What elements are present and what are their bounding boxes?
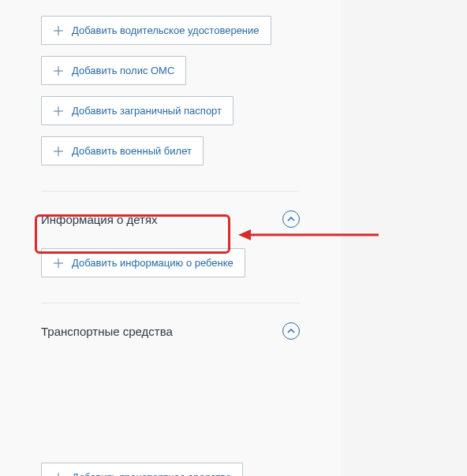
divider xyxy=(41,191,300,192)
profile-form-section: Добавить водительское удостоверение Доба… xyxy=(0,0,341,476)
svg-marker-13 xyxy=(238,229,251,240)
plus-icon xyxy=(53,65,64,76)
divider xyxy=(41,303,300,303)
button-label: Добавить заграничный паспорт xyxy=(72,105,222,117)
button-label: Добавить полис ОМС xyxy=(72,65,174,76)
annotation-arrow xyxy=(237,225,379,247)
button-label: Добавить транспортное средство xyxy=(72,471,231,476)
add-vehicle-button[interactable]: Добавить транспортное средство xyxy=(41,463,243,476)
collapse-toggle-children[interactable] xyxy=(282,210,300,228)
button-label: Добавить военный билет xyxy=(72,145,192,157)
add-foreign-passport-button[interactable]: Добавить заграничный паспорт xyxy=(41,96,234,125)
add-child-info-button[interactable]: Добавить информацию о ребенке xyxy=(41,248,245,277)
empty-vehicles-area xyxy=(41,360,300,463)
chevron-up-icon xyxy=(287,217,295,221)
button-label: Добавить водительское удостоверение xyxy=(72,24,260,36)
plus-icon xyxy=(53,106,64,117)
plus-icon xyxy=(53,472,64,477)
children-section-header: Информация о детях xyxy=(41,210,300,228)
vehicles-section-header: Транспортные средства xyxy=(41,322,300,340)
section-title: Информация о детях xyxy=(41,213,158,226)
plus-icon xyxy=(53,25,64,36)
section-title: Транспортные средства xyxy=(41,325,173,338)
plus-icon xyxy=(53,146,64,157)
add-military-id-button[interactable]: Добавить военный билет xyxy=(41,136,204,165)
button-label: Добавить информацию о ребенке xyxy=(72,257,234,269)
collapse-toggle-vehicles[interactable] xyxy=(282,322,300,340)
plus-icon xyxy=(53,258,64,269)
add-driver-license-button[interactable]: Добавить водительское удостоверение xyxy=(41,16,271,45)
add-oms-policy-button[interactable]: Добавить полис ОМС xyxy=(41,56,186,85)
chevron-up-icon xyxy=(287,329,295,333)
